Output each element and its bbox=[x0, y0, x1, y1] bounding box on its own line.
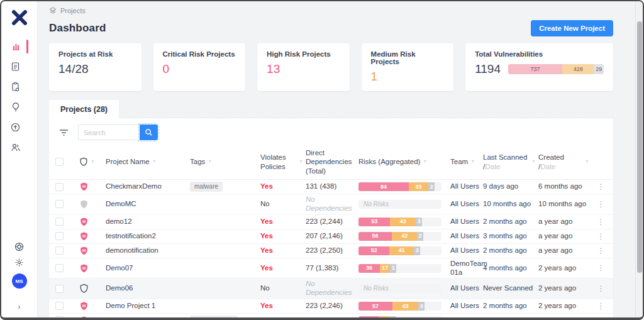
column-project-name[interactable]: Project Name bbox=[106, 157, 150, 166]
sort-icon[interactable]: ▼ bbox=[299, 159, 303, 165]
tab-projects[interactable]: Projects (28) bbox=[49, 100, 119, 118]
table-row[interactable]: H DemoMC No No Dependencies No Risks All… bbox=[49, 194, 613, 215]
column-tags[interactable]: Tags bbox=[190, 157, 205, 166]
dependencies-cell: No Dependencies bbox=[306, 194, 358, 214]
project-name-cell[interactable]: DemoMC bbox=[106, 199, 190, 210]
row-checkbox[interactable] bbox=[55, 232, 64, 240]
tags-cell bbox=[190, 287, 260, 290]
projects-table: ▼ Project Name▼ Tags▼ Violates Policies▼… bbox=[49, 146, 613, 317]
row-actions-menu[interactable]: ⋮ bbox=[592, 231, 613, 242]
row-actions-menu[interactable]: ⋮ bbox=[592, 199, 613, 210]
risk-shield-icon: H bbox=[70, 282, 106, 295]
sort-icon[interactable]: ▼ bbox=[208, 159, 212, 165]
row-actions-menu[interactable]: ⋮ bbox=[592, 245, 613, 257]
vuln-bar-segment: 29 bbox=[594, 64, 604, 74]
sidebar-footer: MS › bbox=[1, 242, 37, 317]
row-checkbox[interactable] bbox=[55, 264, 64, 272]
help-icon[interactable] bbox=[14, 242, 24, 251]
violates-policies-cell: Yes bbox=[260, 216, 306, 228]
project-name-cell[interactable]: demo12 bbox=[106, 216, 190, 228]
project-name-cell[interactable]: Demo03 bbox=[106, 315, 190, 317]
sort-icon[interactable]: ▼ bbox=[585, 159, 589, 165]
created-cell: 2 years ago bbox=[538, 283, 592, 294]
violates-policies-cell: Yes bbox=[260, 301, 306, 312]
project-name-cell[interactable]: testnotification2 bbox=[106, 231, 190, 242]
row-actions-menu[interactable]: ⋮ bbox=[592, 283, 613, 294]
user-avatar[interactable]: MS bbox=[12, 273, 27, 289]
column-direct-dependencies[interactable]: Direct Dependencies (Total) bbox=[306, 148, 356, 175]
chevron-right-icon[interactable]: › bbox=[16, 300, 23, 314]
project-name-cell[interactable]: CheckmarxDemo bbox=[106, 181, 190, 192]
create-new-project-button[interactable]: Create New Project bbox=[531, 20, 613, 36]
stat-card-label: Total Vulnerabilities bbox=[475, 50, 604, 58]
sidebar-item-security[interactable] bbox=[1, 117, 37, 137]
row-actions-menu[interactable]: ⋮ bbox=[592, 315, 613, 317]
search-button[interactable] bbox=[140, 124, 158, 140]
table-row[interactable]: H testnotification2 Yes 207 (2,146) 5642… bbox=[49, 229, 613, 244]
select-all-checkbox[interactable] bbox=[55, 158, 64, 166]
sort-icon[interactable]: ▼ bbox=[531, 159, 536, 165]
table-row[interactable]: H Demo06 No No Dependencies No Risks All… bbox=[49, 279, 613, 299]
checkmarx-logo[interactable] bbox=[11, 9, 28, 26]
sidebar-item-insights[interactable] bbox=[1, 97, 37, 117]
row-checkbox[interactable] bbox=[55, 246, 64, 255]
sidebar-item-reports[interactable] bbox=[1, 77, 37, 97]
breadcrumb-label: Projects bbox=[60, 7, 86, 14]
row-actions-menu[interactable]: ⋮ bbox=[592, 181, 613, 192]
filter-icon[interactable] bbox=[59, 129, 69, 136]
sidebar-item-dashboard[interactable] bbox=[1, 36, 37, 57]
table-row[interactable]: H Demo07 Yes 77 (1,383) 36171 DemoTeam 0… bbox=[49, 258, 613, 279]
row-checkbox[interactable] bbox=[55, 316, 64, 317]
risk-shield-icon: H bbox=[70, 314, 106, 317]
created-cell: 2 years ago bbox=[538, 263, 592, 274]
vertical-scrollbar[interactable] bbox=[635, 1, 643, 317]
project-name-cell[interactable]: demonotification bbox=[106, 245, 190, 257]
scrollbar-thumb[interactable] bbox=[637, 21, 642, 273]
sidebar-item-teams[interactable] bbox=[1, 137, 37, 157]
page-title: Dashboard bbox=[49, 22, 106, 35]
violates-policies-cell: No bbox=[260, 199, 306, 210]
row-actions-menu[interactable]: ⋮ bbox=[592, 301, 613, 312]
last-scanned-cell: 4 months ago bbox=[483, 315, 538, 317]
row-actions-menu[interactable]: ⋮ bbox=[592, 216, 613, 228]
row-checkbox[interactable] bbox=[55, 285, 64, 293]
created-cell: 6 months ago bbox=[538, 181, 592, 192]
sidebar-item-documents[interactable] bbox=[1, 57, 37, 77]
sort-icon[interactable]: ▼ bbox=[423, 159, 427, 165]
table-row[interactable]: H CheckmarxDemo malware Yes 131 (438) 84… bbox=[49, 180, 613, 194]
sort-icon[interactable]: ▼ bbox=[91, 159, 95, 165]
row-checkbox[interactable] bbox=[55, 200, 64, 208]
column-risks[interactable]: Risks (Aggregated) bbox=[358, 157, 420, 166]
column-team[interactable]: Team bbox=[450, 157, 468, 166]
stat-card-label: Projects at Risk bbox=[58, 50, 132, 58]
breadcrumb[interactable]: Projects bbox=[49, 1, 613, 14]
dependencies-cell: 131 (438) bbox=[306, 181, 358, 192]
project-name-cell[interactable]: Demo07 bbox=[106, 263, 190, 274]
vulnerabilities-stacked-bar: 73742829 bbox=[508, 64, 604, 74]
table-row[interactable]: H demonotification Yes 223 (2,250) 52413… bbox=[49, 244, 613, 258]
project-name-cell[interactable]: Demo Project 1 bbox=[106, 301, 190, 312]
last-scanned-cell: 4 months ago bbox=[483, 263, 538, 274]
table-row[interactable]: H Demo Project 1 Yes 223 (2,246) 57433 A… bbox=[49, 299, 613, 314]
row-actions-menu[interactable]: ⋮ bbox=[592, 262, 613, 273]
column-violates-policies[interactable]: Violates Policies bbox=[260, 153, 296, 171]
tags-cell bbox=[190, 305, 260, 307]
tab-strip: Projects (28) bbox=[49, 100, 613, 118]
row-checkbox[interactable] bbox=[55, 302, 64, 310]
layers-icon bbox=[49, 7, 57, 14]
row-checkbox[interactable] bbox=[55, 183, 64, 191]
lightbulb-icon bbox=[11, 102, 20, 112]
row-checkbox[interactable] bbox=[55, 218, 64, 226]
search-input[interactable] bbox=[78, 124, 140, 140]
team-cell: All Users bbox=[450, 216, 483, 228]
project-name-cell[interactable]: Demo06 bbox=[106, 283, 190, 294]
sort-icon[interactable]: ▼ bbox=[152, 159, 157, 165]
gear-icon[interactable] bbox=[14, 258, 24, 267]
violates-policies-cell: Yes bbox=[260, 181, 306, 192]
sort-icon[interactable]: ▼ bbox=[470, 159, 475, 165]
table-row[interactable]: H Demo03 Branch:v0.1.2 Yes 77 (1,383) 35… bbox=[49, 314, 613, 317]
violates-policies-cell: Yes bbox=[260, 231, 306, 242]
risk-shield-icon: H bbox=[70, 216, 106, 228]
table-row[interactable]: H demo12 Yes 223 (2,244) 53433 All Users… bbox=[49, 215, 613, 229]
last-scanned-cell: 9 days ago bbox=[483, 181, 538, 192]
